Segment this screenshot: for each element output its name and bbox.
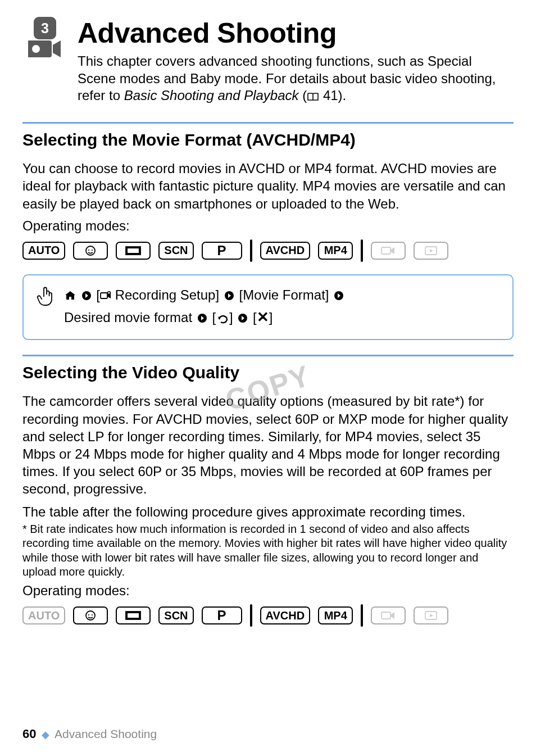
mode-movie-dimmed (371, 242, 406, 260)
svg-rect-8 (126, 253, 140, 255)
chapter-header: 3 Advanced Shooting This chapter covers … (22, 17, 514, 106)
intro-text-openparen: ( (299, 88, 307, 103)
mode-p-label: P (217, 243, 226, 259)
close-bracket-open: [ (253, 310, 257, 325)
close-icon: ✕ (257, 309, 269, 325)
mode-cinema (116, 242, 151, 260)
mode-play-dimmed (414, 606, 448, 624)
mode-auto: AUTO (22, 242, 65, 260)
footnote-body: Bit rate indicates how much information … (22, 523, 507, 578)
svg-point-20 (92, 614, 93, 615)
chevron-right-icon (197, 309, 207, 329)
section2-title: Selecting the Video Quality (22, 363, 514, 382)
section1-body: You can choose to record movies in AVCHD… (22, 160, 514, 212)
mode-baby (73, 606, 108, 624)
footer-crumb: Advanced Shooting (54, 727, 157, 740)
svg-point-18 (86, 611, 95, 620)
mode-p: P (202, 606, 242, 624)
mode-avchd: AVCHD (260, 242, 311, 260)
chapter-title: Advanced Shooting (78, 17, 514, 49)
svg-rect-26 (381, 612, 390, 619)
svg-point-2 (88, 250, 89, 251)
mode-auto-dimmed: AUTO (22, 606, 65, 624)
chevron-right-icon (334, 287, 344, 306)
svg-rect-25 (126, 618, 140, 619)
intro-text-refnum: 41). (319, 88, 346, 103)
page-ref-icon (307, 89, 319, 106)
mode-cinema (116, 606, 151, 624)
mode-avchd: AVCHD (260, 606, 311, 624)
footnote-mark: * (22, 523, 27, 535)
touch-hand-icon (36, 286, 55, 313)
camcorder-icon (28, 36, 62, 62)
recording-setup-icon (100, 287, 111, 307)
instruction-box: [ Recording Setup] [Movie Format] Desire… (22, 274, 514, 341)
back-bracket-open: [ (212, 310, 216, 325)
mode-mp4: MP4 (318, 242, 353, 260)
svg-rect-7 (126, 247, 140, 248)
mode-movie-dimmed (371, 606, 406, 624)
chapter-badge: 3 (22, 17, 67, 62)
return-icon (216, 310, 229, 329)
operating-modes-label-2: Operating modes: (22, 583, 514, 599)
chapter-number: 3 (34, 17, 56, 39)
mode-separator (250, 604, 252, 627)
page-footer: 60 ◆ Advanced Shooting (22, 727, 157, 741)
chevron-right-icon (81, 287, 92, 306)
instruction-content: [ Recording Setup] [Movie Format] Desire… (64, 286, 345, 329)
svg-point-1 (86, 246, 95, 255)
mode-scn: SCN (158, 242, 193, 260)
chapter-intro: This chapter covers advanced shooting fu… (78, 53, 514, 106)
svg-rect-12 (101, 293, 107, 298)
home-icon (64, 287, 76, 307)
recording-setup-label: Recording Setup] (111, 287, 219, 302)
section-rule (22, 122, 514, 124)
back-bracket-close: ] (229, 310, 233, 325)
svg-point-13 (108, 291, 111, 294)
mode-row-1: AUTO SCN P AVCHD MP4 (22, 239, 514, 262)
mode-row-2: AUTO SCN P AVCHD MP4 (22, 604, 514, 627)
section2-footnote: * Bit rate indicates how much informatio… (22, 522, 514, 580)
mode-p: P (202, 242, 242, 260)
mode-separator (361, 239, 363, 262)
svg-rect-9 (381, 247, 390, 254)
section2-body2: The table after the following procedure … (22, 503, 514, 520)
svg-point-19 (88, 614, 89, 615)
page-number: 60 (22, 727, 36, 741)
mode-baby (73, 242, 108, 260)
section2-body1: The camcorder offers several video quali… (22, 392, 514, 497)
close-bracket-close: ] (269, 310, 273, 325)
mode-play-dimmed (414, 242, 448, 260)
mode-mp4: MP4 (318, 606, 353, 624)
svg-point-0 (32, 45, 40, 53)
chevron-right-icon (238, 309, 248, 329)
movie-format-label: [Movie Format] (239, 287, 329, 302)
mode-separator (361, 604, 363, 627)
mode-separator (250, 239, 252, 262)
svg-rect-24 (126, 612, 140, 613)
section1-title: Selecting the Movie Format (AVCHD/MP4) (22, 130, 514, 150)
chevron-right-icon (224, 287, 234, 306)
intro-text-ref-title: Basic Shooting and Playback (124, 88, 299, 103)
mode-p-label: P (217, 608, 226, 623)
desired-format-label: Desired movie format (64, 310, 196, 325)
diamond-separator: ◆ (42, 729, 49, 740)
svg-point-3 (92, 250, 93, 251)
mode-scn: SCN (158, 606, 193, 624)
section-rule (22, 355, 514, 356)
operating-modes-label: Operating modes: (22, 218, 514, 234)
